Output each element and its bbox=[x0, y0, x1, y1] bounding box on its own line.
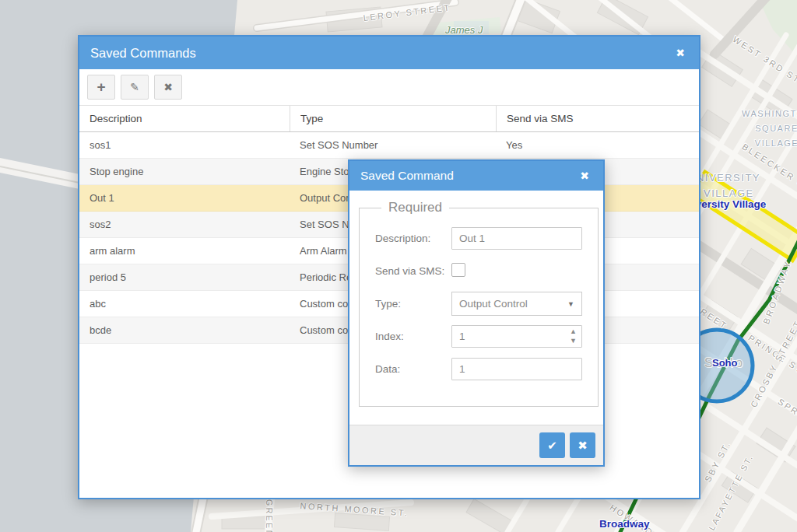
fieldset-legend: Required bbox=[381, 200, 449, 215]
table-row[interactable]: sos1 Set SOS Number Yes bbox=[79, 132, 699, 159]
close-icon[interactable]: ✖ bbox=[577, 168, 592, 184]
column-header-type[interactable]: Type bbox=[290, 106, 496, 131]
index-spinner: ▲ ▼ bbox=[570, 327, 577, 346]
cell-description: bcde bbox=[79, 317, 290, 343]
index-label: Index: bbox=[375, 331, 451, 342]
spinner-down-icon[interactable]: ▼ bbox=[570, 337, 577, 346]
column-header-sms[interactable]: Send via SMS bbox=[496, 106, 699, 131]
send-via-sms-label: Send via SMS: bbox=[375, 265, 451, 277]
spinner-up-icon[interactable]: ▲ bbox=[570, 327, 577, 337]
street-label-greenwich: GREENWICH ST bbox=[265, 499, 274, 532]
delete-icon: ✖ bbox=[163, 81, 173, 93]
dialog-title: Saved Commands bbox=[90, 46, 672, 61]
cell-description: abc bbox=[79, 291, 290, 317]
type-label: Type: bbox=[375, 298, 451, 310]
saved-command-form: Required Description: Send via SMS: Type… bbox=[349, 191, 603, 425]
saved-command-footer: ✔ ✖ bbox=[349, 425, 603, 465]
cell-sms: Yes bbox=[496, 132, 699, 158]
table-header: Description Type Send via SMS bbox=[79, 105, 699, 132]
add-command-button[interactable]: + bbox=[87, 75, 115, 100]
app-screen: LEROY STREET WEST 3RD STREET BLEECKER ST… bbox=[0, 0, 797, 532]
data-field[interactable] bbox=[451, 358, 582, 380]
poi-label-broadway: Broadway bbox=[599, 518, 650, 530]
description-label: Description: bbox=[375, 233, 451, 244]
saved-commands-titlebar[interactable]: Saved Commands ✖ bbox=[79, 37, 699, 69]
data-label: Data: bbox=[375, 363, 451, 375]
type-select-value: Output Control bbox=[459, 298, 528, 310]
dialog-title: Saved Command bbox=[360, 169, 577, 183]
cell-description: Out 1 bbox=[79, 185, 290, 211]
type-select[interactable]: Output Control ▼ bbox=[451, 292, 582, 316]
plus-icon: + bbox=[97, 79, 105, 96]
saved-command-dialog: Saved Command ✖ Required Description: Se… bbox=[348, 159, 605, 467]
required-fieldset: Required Description: Send via SMS: Type… bbox=[359, 200, 599, 407]
commands-toolbar: + ✎ ✖ bbox=[79, 69, 699, 105]
saved-command-titlebar[interactable]: Saved Command ✖ bbox=[349, 161, 603, 191]
area-label-university-line2: VILLAGE bbox=[704, 187, 754, 199]
edit-command-button[interactable]: ✎ bbox=[121, 75, 149, 100]
index-field[interactable] bbox=[451, 325, 582, 348]
close-icon: ✖ bbox=[578, 439, 588, 453]
cell-type: Set SOS Number bbox=[290, 132, 496, 158]
cell-description: Stop engine bbox=[79, 159, 290, 184]
cell-description: sos1 bbox=[79, 132, 290, 158]
cell-description: sos2 bbox=[79, 212, 290, 237]
chevron-down-icon: ▼ bbox=[567, 300, 574, 308]
delete-command-button[interactable]: ✖ bbox=[154, 75, 182, 100]
close-icon[interactable]: ✖ bbox=[672, 45, 688, 61]
cell-description: period 5 bbox=[79, 264, 290, 290]
pencil-icon: ✎ bbox=[130, 81, 139, 93]
poi-label-soho: Soho bbox=[712, 357, 738, 369]
area-label-park: James J bbox=[445, 24, 483, 36]
checkmark-icon: ✔ bbox=[547, 439, 557, 453]
send-via-sms-checkbox[interactable] bbox=[451, 263, 465, 277]
area-label-washington-square-village: WASHINGTON SQUARE VILLAGE bbox=[739, 107, 797, 151]
description-field[interactable] bbox=[451, 227, 582, 250]
cell-description: arm alarm bbox=[79, 238, 290, 264]
cancel-button[interactable]: ✖ bbox=[570, 432, 595, 458]
confirm-button[interactable]: ✔ bbox=[539, 432, 565, 458]
column-header-description[interactable]: Description bbox=[79, 106, 290, 131]
